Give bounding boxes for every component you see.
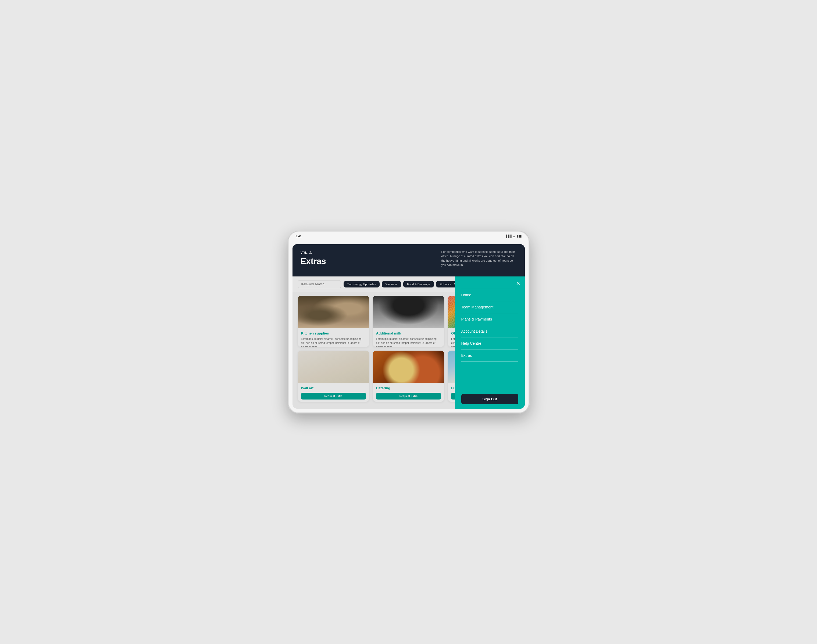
app-header: yours. Extras For companies who want to … bbox=[292, 244, 525, 276]
tablet-frame: 9:41 ▐▐▐ ▲ ▮▮▮ yours. Extras For compani… bbox=[288, 231, 530, 414]
main-content: Technology Upgrades Wellness Food & Beve… bbox=[292, 276, 525, 409]
wifi-icon: ▲ bbox=[513, 235, 516, 238]
nav-item-help-centre[interactable]: Help Centre bbox=[461, 337, 518, 350]
drawer-overlay bbox=[292, 276, 455, 409]
drawer-nav: Home Team Management Plans & Payments Ac… bbox=[461, 289, 518, 389]
nav-item-account-details[interactable]: Account Details bbox=[461, 325, 518, 337]
logo: yours. bbox=[301, 250, 326, 255]
nav-item-plans-payments[interactable]: Plans & Payments bbox=[461, 313, 518, 325]
tablet-screen: yours. Extras For companies who want to … bbox=[292, 244, 525, 409]
status-bar: 9:41 ▐▐▐ ▲ ▮▮▮ bbox=[296, 235, 522, 238]
status-icons: ▐▐▐ ▲ ▮▮▮ bbox=[505, 235, 521, 238]
nav-item-extras[interactable]: Extras bbox=[461, 350, 518, 362]
battery-icon: ▮▮▮ bbox=[517, 235, 522, 238]
signal-icon: ▐▐▐ bbox=[505, 235, 511, 238]
close-icon[interactable]: ✕ bbox=[516, 280, 521, 287]
nav-item-home[interactable]: Home bbox=[461, 289, 518, 301]
sign-out-button[interactable]: Sign Out bbox=[461, 394, 518, 404]
header-left: yours. Extras bbox=[301, 250, 326, 266]
nav-item-team-management[interactable]: Team Management bbox=[461, 301, 518, 313]
time-display: 9:41 bbox=[296, 235, 302, 238]
side-drawer: ✕ Home Team Management Plans & Payments … bbox=[455, 276, 525, 409]
header-description: For companies who want to sprinkle some … bbox=[441, 250, 517, 267]
page-title: Extras bbox=[301, 256, 326, 266]
